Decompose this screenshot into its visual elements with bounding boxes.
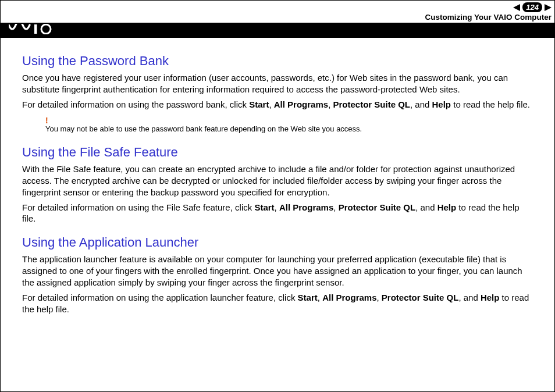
body-text: For detailed information on using the pa… — [22, 99, 534, 111]
warning-text: You may not be able to use the password … — [45, 124, 534, 134]
prev-page-arrow-icon[interactable] — [513, 4, 520, 11]
body-text: Once you have registered your user infor… — [22, 72, 534, 95]
header-black-band — [1, 23, 554, 38]
text-run: to read the help file. — [451, 99, 530, 109]
text-run: , and — [415, 202, 437, 212]
heading-file-safe: Using the File Safe Feature — [22, 145, 534, 160]
warning-icon: ! — [45, 116, 534, 124]
ui-path-all-programs: All Programs — [279, 202, 333, 212]
page-content: Using the Password Bank Once you have re… — [22, 54, 534, 319]
ui-path-protector-suite: Protector Suite QL — [382, 293, 459, 302]
text-run: , — [318, 293, 322, 302]
vaio-logo — [9, 24, 62, 37]
body-text: The application launcher feature is avai… — [22, 254, 534, 288]
body-text: For detailed information on using the Fi… — [22, 202, 534, 225]
text-run: , — [269, 99, 273, 109]
heading-password-bank: Using the Password Bank — [22, 54, 534, 69]
ui-path-start: Start — [298, 293, 318, 302]
header-section-title: Customizing Your VAIO Computer — [425, 13, 552, 22]
heading-application-launcher: Using the Application Launcher — [22, 235, 534, 250]
ui-path-help: Help — [432, 99, 451, 109]
ui-path-protector-suite: Protector Suite QL — [339, 202, 416, 212]
ui-path-start: Start — [249, 99, 269, 109]
svg-point-1 — [41, 24, 51, 34]
body-text: With the File Safe feature, you can crea… — [22, 163, 534, 198]
text-run: For detailed information on using the ap… — [22, 293, 298, 302]
svg-rect-0 — [34, 24, 37, 34]
text-run: , and — [410, 99, 432, 109]
text-run: , — [333, 202, 338, 212]
text-run: , — [377, 293, 382, 302]
page-nav-row: 124 — [513, 2, 552, 12]
text-run: , — [275, 202, 279, 212]
ui-path-protector-suite: Protector Suite QL — [333, 99, 410, 109]
ui-path-all-programs: All Programs — [322, 293, 376, 302]
text-run: , and — [458, 293, 481, 302]
page-number-badge: 124 — [522, 2, 542, 12]
ui-path-all-programs: All Programs — [274, 99, 328, 109]
ui-path-start: Start — [254, 202, 274, 212]
warning-note: ! You may not be able to use the passwor… — [45, 116, 534, 134]
text-run: For detailed information on using the pa… — [22, 99, 249, 109]
ui-path-help: Help — [437, 202, 457, 212]
text-run: For detailed information on using the Fi… — [22, 202, 254, 212]
ui-path-help: Help — [481, 293, 500, 302]
body-text: For detailed information on using the ap… — [22, 292, 534, 315]
next-page-arrow-icon[interactable] — [545, 4, 552, 11]
